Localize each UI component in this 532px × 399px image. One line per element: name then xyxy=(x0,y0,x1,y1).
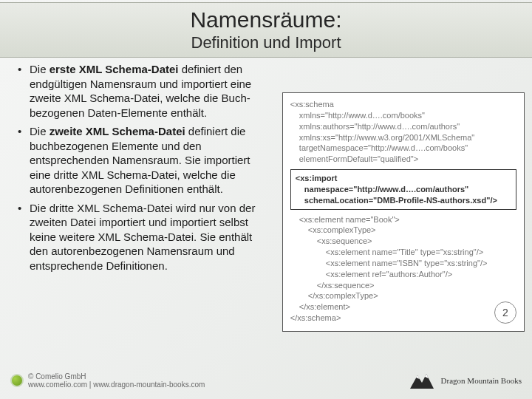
code-line: <xs:import xyxy=(296,173,511,184)
slide-subtitle: Definition und Import xyxy=(191,33,341,52)
code-block: <xs:schema xmlns="http://www.d….com/book… xyxy=(282,92,525,332)
bold-text: zweite XML Schema-Datei xyxy=(50,125,185,137)
mountain-logo-icon xyxy=(407,371,437,390)
header: Namensräume: Definition und Import xyxy=(0,2,532,58)
body: Die erste XML Schema-Datei definiert den… xyxy=(13,62,525,362)
code-line: namespace="http://www.d….com/authors" xyxy=(296,184,511,195)
code-line: </xs:schema> xyxy=(290,313,516,324)
code-line: </xs:sequence> xyxy=(290,280,516,291)
slide: Namensräume: Definition und Import Die e… xyxy=(0,0,532,399)
footer-urls: www.comelio.com | www.dragon-mountain-bo… xyxy=(28,381,205,389)
code-line: <xs:element name="ISBN" type="xs:string"… xyxy=(290,258,516,269)
code-line: schemaLocation="DMB-Profile-NS-authors.x… xyxy=(296,195,511,206)
svg-marker-0 xyxy=(410,374,434,389)
page-number: 2 xyxy=(494,301,516,324)
code-line: elementFormDefault="qualified"> xyxy=(290,154,516,165)
left-column: Die erste XML Schema-Datei definiert den… xyxy=(13,62,279,362)
list-item: Die erste XML Schema-Datei definiert den… xyxy=(13,62,273,120)
text: Die dritte XML Schema-Datei wird nur von… xyxy=(30,202,255,272)
footer-right: Dragon Mountain Books xyxy=(407,371,522,390)
code-line: xmlns="http://www.d….com/books" xyxy=(290,110,516,121)
bullet-list: Die erste XML Schema-Datei definiert den… xyxy=(13,62,273,273)
code-line: <xs:complexType> xyxy=(290,225,516,236)
list-item: Die dritte XML Schema-Datei wird nur von… xyxy=(13,201,273,273)
code-line: <xs:element name="Book"> xyxy=(290,214,516,225)
code-line: </xs:complexType> xyxy=(290,290,516,301)
slide-title: Namensräume: xyxy=(190,7,341,32)
text: Die xyxy=(30,125,50,137)
text: Die xyxy=(30,63,50,75)
code-line: xmlns:xs="http://www.w3.org/2001/XMLSche… xyxy=(290,132,516,143)
comelio-logo-icon xyxy=(10,374,24,387)
footer-left: © Comelio GmbH www.comelio.com | www.dra… xyxy=(10,372,205,389)
code-line: targetNamespace="http://www.d….com/books… xyxy=(290,143,516,154)
footer: © Comelio GmbH www.comelio.com | www.dra… xyxy=(0,365,532,396)
code-line: <xs:element name="Title" type="xs:string… xyxy=(290,247,516,258)
code-line: <xs:schema xyxy=(290,99,516,110)
bold-text: erste XML Schema-Datei xyxy=(50,63,179,75)
copyright: © Comelio GmbH xyxy=(28,372,205,381)
code-line: <xs:sequence> xyxy=(290,236,516,247)
right-column: <xs:schema xmlns="http://www.d….com/book… xyxy=(279,62,525,362)
code-line: xmlns:authors="http://www.d….com/authors… xyxy=(290,121,516,132)
footer-left-text: © Comelio GmbH www.comelio.com | www.dra… xyxy=(28,372,205,389)
list-item: Die zweite XML Schema-Datei definiert di… xyxy=(13,124,273,197)
code-line: <xs:element ref="authors:Author"/> xyxy=(290,269,516,280)
code-line: </xs:element> xyxy=(290,301,516,313)
brand-name: Dragon Mountain Books xyxy=(441,376,522,385)
highlighted-block: <xs:import namespace="http://www.d….com/… xyxy=(290,169,516,210)
